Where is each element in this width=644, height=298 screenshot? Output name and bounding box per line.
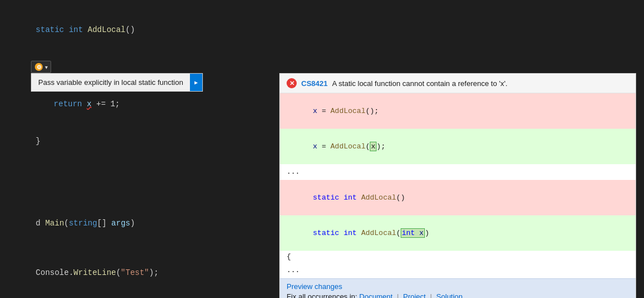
keyword-static: static xyxy=(36,25,69,34)
fn-addlocal: AddLocal xyxy=(88,25,125,34)
preview-header: ✕ CS8421 A static local function cannot … xyxy=(280,74,636,93)
preview-changes-label: Preview changes xyxy=(287,282,629,291)
console-class: Console xyxy=(36,268,69,277)
quickfix-label: Pass variable explicitly in local static… xyxy=(38,78,183,87)
error-code: CS8421 xyxy=(301,79,328,88)
fix-label: Fix all occurrences in: xyxy=(287,292,357,298)
punct-parens: () xyxy=(125,25,135,34)
dots-text: ... xyxy=(287,168,300,176)
highlight-int-x: int x xyxy=(401,228,425,238)
dots-text-2: ... xyxy=(287,266,300,274)
quickfix-item[interactable]: Pass variable explicitly in local static… xyxy=(31,74,190,91)
keyword-return: return xyxy=(54,100,87,109)
highlight-x: x xyxy=(370,142,377,151)
preview-line-removed-2: static int AddLocal() xyxy=(280,180,636,215)
preview-line-added-2: static int AddLocal(int x) xyxy=(280,215,636,251)
brace-close: } xyxy=(36,137,40,146)
sep-2: | xyxy=(430,292,432,298)
bulb-svg: ⚙ xyxy=(34,62,43,71)
preview-line-removed-1: x = AddLocal(); xyxy=(280,93,636,129)
fn-writeline: WriteLine xyxy=(74,268,116,277)
error-message: A static local function cannot contain a… xyxy=(332,79,507,88)
preview-panel: ✕ CS8421 A static local function cannot … xyxy=(279,73,636,298)
preview-brace: { xyxy=(280,251,636,263)
preview-code-area: x = AddLocal(); x = AddLocal(x); ... sta… xyxy=(280,93,636,278)
error-icon: ✕ xyxy=(287,78,297,88)
quickfix-expand-arrow[interactable]: ▶ xyxy=(190,74,202,91)
bulb-button[interactable]: ⚙ ▾ xyxy=(31,61,51,73)
code-line-1: static int AddLocal() xyxy=(17,11,633,48)
svg-text:⚙: ⚙ xyxy=(37,64,42,70)
arrow-icon: ▶ xyxy=(194,79,198,86)
preview-footer: Preview changes Fix all occurrences in: … xyxy=(280,278,636,298)
preview-changes-title[interactable]: Preview changes xyxy=(287,282,342,291)
preview-line-added-1: x = AddLocal(x); xyxy=(280,129,636,164)
dots-1: ... xyxy=(280,164,636,180)
link-project[interactable]: Project xyxy=(403,292,425,298)
bulb-icon: ⚙ xyxy=(34,62,43,71)
dots-2: ... xyxy=(280,263,636,278)
type-int: int xyxy=(69,25,88,34)
var-x: x xyxy=(87,100,91,109)
str-test: "Test" xyxy=(121,268,149,277)
sep-1: | xyxy=(397,292,398,298)
quickfix-popup: Pass variable explicitly in local static… xyxy=(31,73,203,92)
link-solution[interactable]: Solution xyxy=(436,292,462,298)
partial-void: d xyxy=(36,219,46,228)
punct-assign: += 1; xyxy=(92,100,120,109)
bulb-dropdown-arrow: ▾ xyxy=(45,64,48,70)
link-document[interactable]: Document xyxy=(359,292,392,298)
bulb-widget: ⚙ ▾ xyxy=(31,61,51,73)
fn-main: Main xyxy=(45,219,64,228)
fix-all-occurrences: Fix all occurrences in: Document | Proje… xyxy=(287,292,629,298)
